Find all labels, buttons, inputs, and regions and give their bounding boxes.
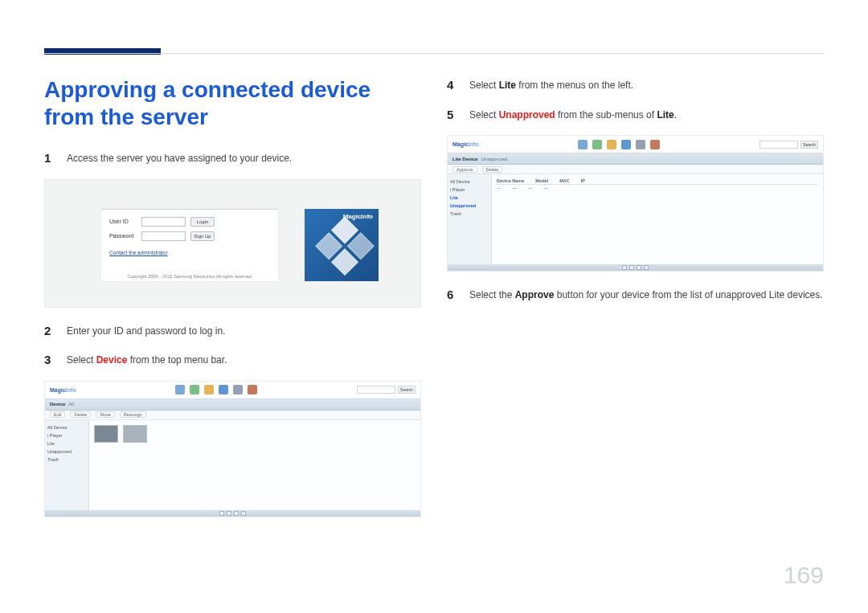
pager-prev-icon[interactable] xyxy=(629,265,634,270)
col-model: Model xyxy=(535,178,548,183)
login-card: User ID Login Password Sign Up Contact t… xyxy=(101,209,278,281)
schedule-icon[interactable] xyxy=(607,140,616,149)
signup-button[interactable]: Sign Up xyxy=(190,231,215,241)
pager-next-icon[interactable] xyxy=(234,511,239,516)
pager-last-icon[interactable] xyxy=(241,511,246,516)
user-icon[interactable] xyxy=(233,385,243,394)
settings-icon[interactable] xyxy=(248,385,257,394)
password-label: Password xyxy=(109,233,137,239)
page-number: 169 xyxy=(784,562,824,589)
screenshot-unapproved: MagicInfo Search xyxy=(447,135,824,272)
step-5: 5 Select Unapproved from the sub-menus o… xyxy=(447,106,824,125)
sidebar-item-unapproved[interactable]: Unapproved xyxy=(47,447,86,456)
brand-panel: MagicInfo xyxy=(305,209,379,281)
right-column: 4 Select Lite from the menus on the left… xyxy=(447,76,824,532)
device-thumbnail[interactable] xyxy=(94,425,118,443)
step-4: 4 Select Lite from the menus on the left… xyxy=(447,76,824,95)
step-number: 5 xyxy=(447,106,458,125)
device-icon[interactable] xyxy=(621,140,631,149)
pager-first-icon[interactable] xyxy=(219,511,224,516)
user-id-field[interactable] xyxy=(141,217,186,227)
sidebar-item-unapproved[interactable]: Unapproved xyxy=(450,202,489,210)
subbar-delete[interactable]: Delete xyxy=(70,411,91,418)
sidebar-item-iplayer[interactable]: i Player xyxy=(450,186,489,194)
contact-admin-link[interactable]: Contact the administrator xyxy=(101,243,278,255)
step-number: 2 xyxy=(44,322,55,341)
home-icon[interactable] xyxy=(578,140,588,149)
table-row[interactable]: ———— xyxy=(497,185,818,191)
step-text: Select Lite from the menus on the left. xyxy=(469,76,824,95)
col-mac: MAC xyxy=(559,178,570,183)
app-breadcrumb: Lite Device Unapproved xyxy=(448,153,823,165)
app-subbar: Approve Delete xyxy=(448,165,823,174)
list-header: Device Name Model MAC IP xyxy=(497,178,818,185)
content-columns: Approving a connected device from the se… xyxy=(44,32,824,532)
app-body: All Device i Player Lite Unapproved Tras… xyxy=(45,420,420,510)
highlight-unapproved: Unapproved xyxy=(499,109,555,121)
step-number: 4 xyxy=(447,76,458,95)
brand-b: Info xyxy=(469,141,479,147)
pager-next-icon[interactable] xyxy=(637,265,641,270)
search-field[interactable] xyxy=(357,386,395,394)
pager-last-icon[interactable] xyxy=(644,265,649,270)
device-list: Device Name Model MAC IP ———— xyxy=(497,178,818,191)
crumb-lite-device: Lite Device xyxy=(452,157,478,161)
subbar-delete[interactable]: Delete xyxy=(482,166,503,173)
pager-prev-icon[interactable] xyxy=(227,511,231,516)
sidebar-item-all[interactable]: All Device xyxy=(47,423,86,431)
search-button[interactable]: Search xyxy=(800,141,818,149)
step-text: Enter your ID and password to log in. xyxy=(67,322,421,341)
step-number: 6 xyxy=(447,286,458,304)
crumb-all: All xyxy=(68,402,74,407)
step-text: Access the server you have assigned to y… xyxy=(67,149,421,168)
sidebar-item-lite[interactable]: Lite xyxy=(47,439,86,447)
brand-a: Magic xyxy=(452,141,469,147)
password-field[interactable] xyxy=(141,231,186,241)
search-button[interactable]: Search xyxy=(398,386,416,394)
content-icon[interactable] xyxy=(190,385,199,394)
pager-first-icon[interactable] xyxy=(622,265,627,270)
app-pager xyxy=(448,264,823,271)
screenshot-login: User ID Login Password Sign Up Contact t… xyxy=(44,179,421,308)
app-brand: MagicInfo xyxy=(50,387,76,393)
app-main-area: Device Name Model MAC IP ———— xyxy=(492,174,823,264)
home-icon[interactable] xyxy=(175,385,185,394)
sidebar-item-trash[interactable]: Trash xyxy=(47,456,86,464)
sidebar-item-iplayer[interactable]: i Player xyxy=(47,431,86,439)
sidebar-item-trash[interactable]: Trash xyxy=(450,210,489,218)
content-icon[interactable] xyxy=(592,140,602,149)
user-icon[interactable] xyxy=(636,140,645,149)
subbar-approve-button[interactable]: Approve xyxy=(452,166,477,173)
search-field[interactable] xyxy=(760,141,798,149)
step-3: 3 Select Device from the top menu bar. xyxy=(44,351,421,370)
page: Approving a connected device from the se… xyxy=(0,0,868,613)
login-row-pass: Password Sign Up xyxy=(101,229,278,243)
top-nav-icons xyxy=(175,385,257,394)
sidebar-item-all[interactable]: All Device xyxy=(450,178,489,186)
top-search: Search xyxy=(357,386,416,394)
step-text: Select Device from the top menu bar. xyxy=(67,351,421,370)
sidebar-item-lite[interactable]: Lite xyxy=(450,194,489,202)
app-pager xyxy=(45,510,420,517)
subbar-reassign[interactable]: Reassign xyxy=(120,411,146,418)
highlight-device: Device xyxy=(96,354,128,366)
col-ip: IP xyxy=(581,178,585,183)
step-2: 2 Enter your ID and password to log in. xyxy=(44,322,421,341)
subbar-edit[interactable]: Edit xyxy=(50,411,65,418)
top-nav-icons xyxy=(578,140,660,149)
step-prefix: Select xyxy=(469,80,499,91)
subbar-move[interactable]: Move xyxy=(96,411,114,418)
app-sidebar: All Device i Player Lite Unapproved Tras… xyxy=(45,420,89,510)
login-button[interactable]: Login xyxy=(190,217,215,227)
device-icon[interactable] xyxy=(219,385,228,394)
app-topbar: MagicInfo Search xyxy=(448,136,823,153)
bold-lite: Lite xyxy=(657,109,674,121)
device-thumbnail[interactable] xyxy=(123,425,147,443)
col-name: Device Name xyxy=(497,178,524,183)
screenshot-device-menu: MagicInfo Search xyxy=(44,381,421,517)
schedule-icon[interactable] xyxy=(204,385,214,394)
step-number: 1 xyxy=(44,149,55,168)
app-topbar: MagicInfo Search xyxy=(45,382,420,399)
top-search: Search xyxy=(760,141,818,149)
settings-icon[interactable] xyxy=(650,140,660,149)
